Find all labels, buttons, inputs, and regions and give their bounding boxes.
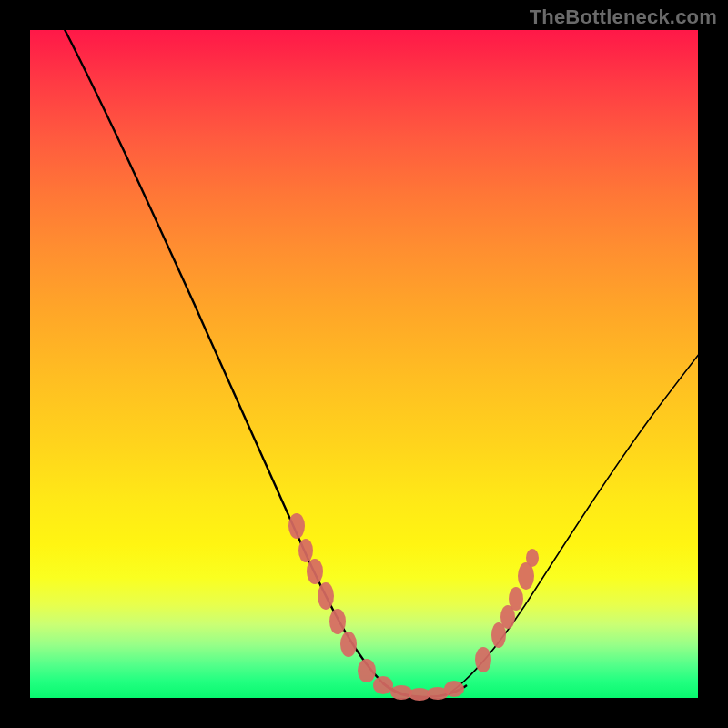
watermark-text: TheBottleneck.com xyxy=(530,5,717,29)
plot-area xyxy=(30,30,698,698)
marker-dot xyxy=(307,559,323,584)
chart-svg xyxy=(30,30,698,698)
marker-dot xyxy=(509,587,523,611)
marker-dot xyxy=(475,647,491,672)
marker-dot xyxy=(373,676,393,694)
bottleneck-curve-left xyxy=(56,12,421,697)
marker-dot xyxy=(526,549,539,567)
chart-frame: TheBottleneck.com xyxy=(0,0,728,728)
marker-dot xyxy=(390,685,412,700)
marker-dot xyxy=(288,513,305,539)
marker-dot xyxy=(358,659,376,682)
marker-dot xyxy=(444,681,464,697)
bottleneck-curve-right xyxy=(450,349,703,693)
marker-dot xyxy=(318,582,334,610)
marker-dot xyxy=(340,632,357,657)
marker-dot xyxy=(298,539,313,562)
marker-group xyxy=(288,513,539,701)
marker-dot xyxy=(329,609,346,634)
